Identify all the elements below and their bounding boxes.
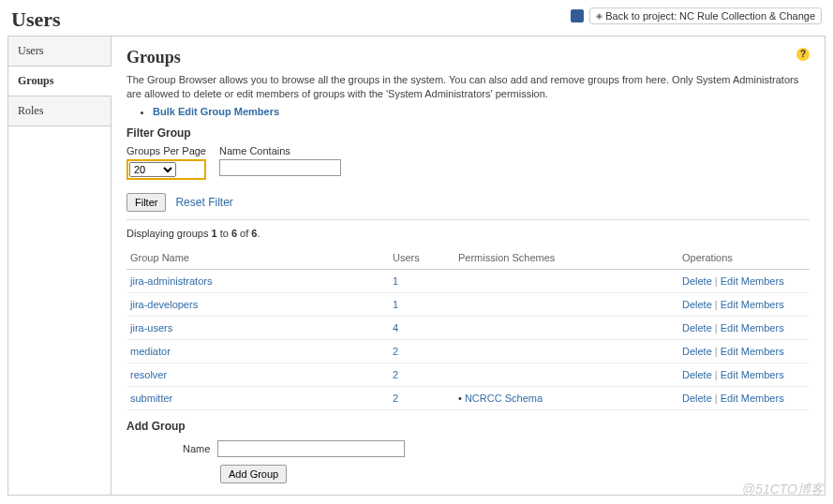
filter-heading: Filter Group	[126, 126, 810, 140]
display-count-msg: Displaying groups 1 to 6 of 6.	[126, 228, 810, 239]
table-row: resolver2Delete | Edit Members	[126, 363, 810, 386]
delete-link[interactable]: Delete	[682, 369, 712, 380]
add-group-name-label: Name	[183, 443, 210, 454]
group-users-link[interactable]: 1	[393, 275, 398, 287]
back-to-project-link[interactable]: ◈ Back to project: NC Rule Collection & …	[589, 7, 822, 24]
table-row: jira-users4Delete | Edit Members	[126, 316, 810, 339]
section-description: The Group Browser allows you to browse a…	[126, 73, 810, 102]
groups-table: Group Name Users Permission Schemes Oper…	[126, 246, 810, 410]
reset-filter-link[interactable]: Reset Filter	[175, 196, 232, 209]
col-permission-schemes: Permission Schemes	[454, 246, 678, 270]
name-contains-label: Name Contains	[219, 145, 341, 156]
table-row: jira-administrators1Delete | Edit Member…	[126, 269, 810, 292]
sidebar-tab-groups[interactable]: Groups	[8, 67, 112, 96]
watermark: @51CTO博客	[742, 482, 824, 498]
back-arrow-icon: ◈	[596, 11, 602, 21]
content-panel: ? Groups The Group Browser allows you to…	[111, 36, 826, 496]
page-title: Users	[11, 7, 61, 32]
table-row: mediator2Delete | Edit Members	[126, 339, 810, 363]
group-name-link[interactable]: jira-users	[130, 322, 172, 334]
edit-members-link[interactable]: Edit Members	[721, 299, 784, 310]
scheme-link[interactable]: NCRCC Schema	[465, 393, 543, 404]
edit-members-link[interactable]: Edit Members	[721, 369, 784, 380]
add-group-button[interactable]: Add Group	[220, 465, 287, 483]
edit-members-link[interactable]: Edit Members	[721, 393, 784, 404]
group-users-link[interactable]: 2	[393, 346, 398, 357]
delete-link[interactable]: Delete	[682, 393, 712, 404]
col-group-name: Group Name	[126, 246, 389, 270]
delete-link[interactable]: Delete	[682, 346, 712, 357]
delete-link[interactable]: Delete	[682, 322, 712, 334]
group-name-link[interactable]: submitter	[130, 393, 172, 404]
col-operations: Operations	[678, 246, 810, 270]
back-link-text: Back to project: NC Rule Collection & Ch…	[605, 10, 815, 22]
group-users-link[interactable]: 2	[393, 369, 398, 380]
sidebar: Users Groups Roles	[7, 36, 111, 496]
group-name-link[interactable]: resolver	[130, 369, 167, 380]
add-group-heading: Add Group	[126, 420, 810, 433]
table-row: jira-developers1Delete | Edit Members	[126, 292, 810, 316]
name-contains-input[interactable]	[219, 159, 341, 176]
groups-per-page-label: Groups Per Page	[126, 145, 206, 156]
edit-members-link[interactable]: Edit Members	[721, 275, 784, 287]
add-group-name-input[interactable]	[217, 440, 405, 457]
section-title: Groups	[126, 48, 810, 67]
bulk-edit-link[interactable]: Bulk Edit Group Members	[153, 106, 279, 117]
edit-members-link[interactable]: Edit Members	[721, 322, 784, 334]
edit-members-link[interactable]: Edit Members	[721, 346, 784, 357]
sidebar-tab-roles[interactable]: Roles	[8, 96, 111, 126]
group-name-link[interactable]: jira-developers	[130, 299, 198, 310]
sidebar-tab-users[interactable]: Users	[8, 37, 111, 67]
group-users-link[interactable]: 2	[393, 393, 398, 404]
notification-icon[interactable]	[571, 9, 584, 22]
group-name-link[interactable]: mediator	[130, 346, 171, 357]
delete-link[interactable]: Delete	[682, 275, 712, 287]
group-users-link[interactable]: 1	[393, 299, 398, 310]
delete-link[interactable]: Delete	[682, 299, 712, 310]
groups-per-page-select[interactable]: 20	[129, 162, 176, 177]
help-icon[interactable]: ?	[796, 48, 810, 61]
group-users-link[interactable]: 4	[393, 322, 398, 334]
col-users: Users	[389, 246, 454, 270]
group-name-link[interactable]: jira-administrators	[130, 275, 212, 287]
filter-button[interactable]: Filter	[126, 193, 166, 212]
table-row: submitter2NCRCC SchemaDelete | Edit Memb…	[126, 386, 810, 409]
